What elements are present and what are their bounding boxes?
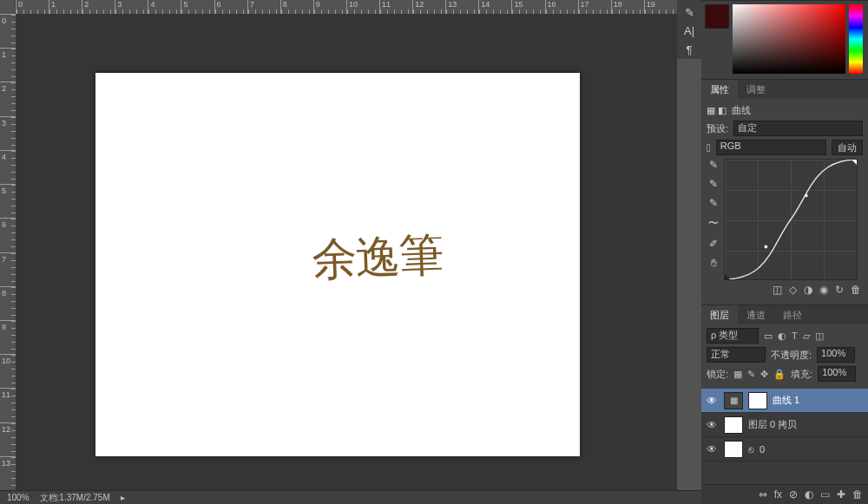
- lock-move-icon[interactable]: ✥: [760, 369, 768, 380]
- pencil-icon[interactable]: ✎: [679, 5, 700, 20]
- ruler-tick: 2: [0, 82, 16, 115]
- lock-pixels-icon[interactable]: ▦: [733, 369, 742, 380]
- layer-name[interactable]: 曲线 1: [773, 394, 799, 407]
- curve-pencil-icon[interactable]: ✐: [707, 238, 720, 250]
- tab-adjustments[interactable]: 调整: [738, 80, 774, 99]
- curves-icon: ▦ ◧: [707, 105, 727, 116]
- eyedropper-icon[interactable]: 𓋴: [707, 141, 711, 154]
- ruler-tick: 1: [0, 48, 16, 82]
- ruler-tick: 0: [16, 0, 49, 14]
- layer-item-copy[interactable]: 👁 图层 0 拷贝: [701, 413, 868, 437]
- paragraph-icon[interactable]: ¶: [679, 43, 700, 57]
- trash-icon[interactable]: 🗑: [852, 488, 863, 501]
- filter-smart-icon[interactable]: ◫: [815, 331, 824, 342]
- tab-channels[interactable]: 通道: [738, 305, 774, 324]
- ruler-tick: 1: [49, 0, 82, 14]
- canvas-workspace[interactable]: 余逸筆: [16, 14, 677, 490]
- fill-input[interactable]: 100%: [818, 366, 856, 382]
- hue-slider[interactable]: [849, 4, 863, 74]
- lock-all-icon[interactable]: 🔒: [773, 369, 786, 380]
- filter-pixel-icon[interactable]: ▭: [764, 331, 773, 342]
- layer-item-base[interactable]: 👁 ⎋ 0: [701, 437, 868, 461]
- ruler-tick: 8: [280, 0, 313, 14]
- tab-paths[interactable]: 路径: [774, 305, 811, 324]
- ruler-tick: 5: [181, 0, 214, 14]
- signature-artwork: 余逸筆: [311, 225, 443, 290]
- svg-point-2: [805, 193, 808, 197]
- new-layer-icon[interactable]: ✚: [837, 488, 845, 501]
- curves-footer: ◫ ◇ ◑ ◉ ↻ 🗑: [707, 280, 863, 299]
- link-layers-icon[interactable]: ⇔: [759, 488, 767, 501]
- ruler-tick: 7: [247, 0, 280, 14]
- opacity-input[interactable]: 100%: [817, 347, 855, 363]
- filter-adjustment-icon[interactable]: ◐: [778, 331, 786, 342]
- curve-white-eyedropper-icon[interactable]: ✎: [707, 159, 720, 171]
- ruler-corner: [0, 0, 16, 14]
- svg-marker-4: [725, 273, 731, 279]
- ruler-horizontal[interactable]: 012345678910111213141516171819: [16, 0, 677, 14]
- visibility-toggle-icon[interactable]: 👁: [705, 395, 719, 407]
- layer-fx-icon[interactable]: fx: [774, 488, 782, 501]
- color-panel: [701, 0, 868, 79]
- lock-position-icon[interactable]: ✎: [747, 369, 755, 380]
- view-previous-icon[interactable]: ◉: [819, 284, 828, 296]
- curve-smooth-icon[interactable]: 〜: [707, 216, 720, 231]
- ruler-tick: 16: [545, 0, 578, 14]
- curve-hand-icon[interactable]: ✋︎: [707, 257, 720, 269]
- ruler-tick: 4: [148, 0, 181, 14]
- text-tool-icon[interactable]: A|: [679, 23, 700, 38]
- layer-kind-dropdown[interactable]: ρ 类型: [707, 328, 759, 344]
- ruler-tick: 11: [379, 0, 412, 14]
- layer-mask-icon[interactable]: ⊘: [789, 488, 798, 501]
- visibility-toggle-icon[interactable]: 👁: [705, 443, 719, 455]
- clip-icon[interactable]: ◫: [773, 284, 782, 296]
- trash-icon[interactable]: 🗑: [851, 284, 861, 296]
- curves-label: 曲线: [732, 104, 751, 117]
- curve-black-eyedropper-icon[interactable]: ✎: [707, 197, 720, 209]
- filter-type-icon[interactable]: T: [792, 331, 798, 341]
- foreground-color-swatch[interactable]: [705, 4, 729, 29]
- ruler-tick: 12: [412, 0, 445, 14]
- curves-tool-column: ✎ ✎ ✎ 〜 ✐ ✋︎: [707, 159, 720, 280]
- layer-item-curves[interactable]: 👁 ▦ 曲线 1: [701, 389, 868, 413]
- layer-mask-thumb[interactable]: [748, 392, 767, 409]
- ruler-tick: 10: [346, 0, 379, 14]
- ruler-tick: 11: [0, 388, 16, 422]
- auto-button[interactable]: 自动: [832, 140, 863, 155]
- ruler-tick: 5: [0, 184, 16, 218]
- filter-shape-icon[interactable]: ▱: [803, 331, 810, 342]
- ruler-tick: 13: [445, 0, 478, 14]
- lock-label: 锁定:: [707, 368, 728, 381]
- layer-adjustment-thumb[interactable]: ▦: [724, 392, 743, 409]
- toggle-visibility-icon[interactable]: ◑: [804, 284, 812, 296]
- ruler-tick: 12: [0, 422, 16, 456]
- reset-icon[interactable]: ↻: [835, 284, 844, 296]
- layer-name[interactable]: 0: [760, 444, 765, 455]
- tab-properties[interactable]: 属性: [701, 80, 738, 99]
- ruler-vertical[interactable]: 012345678910111213: [0, 14, 16, 490]
- zoom-level[interactable]: 100%: [7, 493, 30, 502]
- document-canvas[interactable]: 余逸筆: [95, 73, 580, 456]
- previous-state-icon[interactable]: ◇: [789, 284, 797, 296]
- group-icon[interactable]: ▭: [820, 488, 830, 501]
- ruler-tick: 4: [0, 150, 16, 184]
- svg-marker-5: [851, 160, 857, 166]
- blend-mode-dropdown[interactable]: 正常: [707, 347, 766, 363]
- layer-thumb[interactable]: [724, 416, 743, 434]
- tab-layers[interactable]: 图层: [701, 305, 738, 324]
- ruler-tick: 0: [0, 14, 16, 48]
- adjustment-layer-icon[interactable]: ◐: [805, 488, 813, 501]
- layer-name[interactable]: 图层 0 拷贝: [748, 418, 797, 431]
- status-arrow-icon[interactable]: ▸: [121, 493, 125, 502]
- preset-dropdown[interactable]: 自定: [733, 121, 863, 136]
- ruler-tick: 2: [82, 0, 115, 14]
- visibility-toggle-icon[interactable]: 👁: [705, 419, 719, 431]
- curves-graph[interactable]: [724, 159, 858, 280]
- ruler-tick: 6: [0, 218, 16, 252]
- channel-dropdown[interactable]: RGB: [716, 140, 826, 155]
- curve-gray-eyedropper-icon[interactable]: ✎: [707, 178, 720, 190]
- vertical-tool-strip: ✎ A| ¶: [677, 0, 701, 59]
- layer-thumb[interactable]: [724, 441, 743, 458]
- color-field[interactable]: [733, 4, 845, 74]
- ruler-tick: 10: [0, 354, 16, 388]
